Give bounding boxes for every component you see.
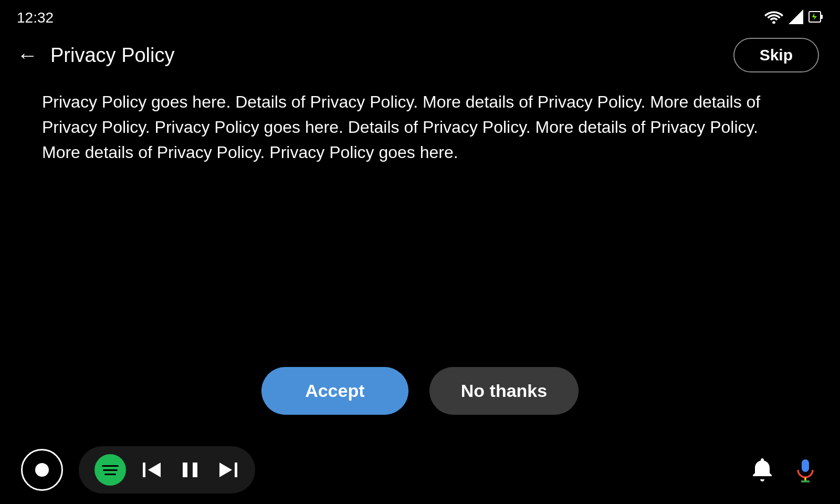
skip-button[interactable]: Skip [733,38,819,72]
media-player-pill [79,446,255,494]
header-left: ← Privacy Policy [17,44,175,67]
svg-marker-1 [789,9,803,24]
page-title: Privacy Policy [50,44,175,67]
record-button[interactable] [21,449,63,491]
record-inner [35,463,49,477]
bell-icon[interactable] [749,456,776,484]
svg-marker-6 [148,463,161,477]
signal-icon [789,9,803,26]
svg-rect-10 [235,463,237,477]
spotify-wave-1 [102,465,119,467]
spotify-icon[interactable] [94,454,126,486]
svg-marker-4 [812,13,817,20]
svg-rect-5 [143,463,145,477]
wifi-icon [764,10,783,26]
spotify-waves [102,465,119,475]
next-button[interactable] [216,458,239,481]
status-bar: 12:32 [0,0,840,32]
svg-rect-7 [183,463,187,477]
bottom-right [749,456,819,484]
svg-marker-9 [219,463,232,477]
prev-button[interactable] [141,458,164,481]
spotify-wave-3 [104,474,116,475]
no-thanks-button[interactable]: No thanks [429,367,579,415]
status-icons [764,9,823,26]
content-area: Privacy Policy goes here. Details of Pri… [0,79,840,341]
accept-button[interactable]: Accept [261,367,408,415]
policy-text: Privacy Policy goes here. Details of Pri… [42,89,798,165]
back-button[interactable]: ← [17,45,38,66]
microphone-icon[interactable] [792,456,819,484]
bottom-bar [0,436,840,504]
main-area: ← Privacy Policy Skip Privacy Policy goe… [0,32,840,436]
svg-rect-3 [821,15,823,19]
status-time: 12:32 [17,9,54,26]
action-buttons: Accept No thanks [0,341,840,436]
svg-rect-8 [193,463,197,477]
spotify-wave-2 [103,469,118,471]
svg-rect-11 [802,459,809,472]
header: ← Privacy Policy Skip [0,32,840,79]
battery-icon [808,9,823,26]
pause-button[interactable] [178,458,202,481]
svg-point-0 [772,21,775,24]
